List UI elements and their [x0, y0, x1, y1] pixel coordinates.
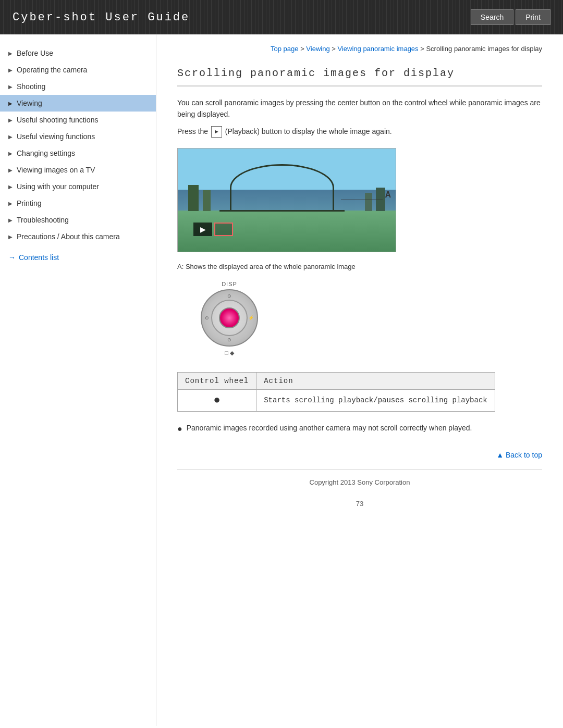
line-a: [341, 200, 383, 200]
sidebar-label-7: Viewing images on a TV: [17, 166, 95, 174]
table-row: ●Starts scrolling playback/pauses scroll…: [178, 389, 495, 411]
breadcrumb-viewing-panoramic[interactable]: Viewing panoramic images: [337, 45, 418, 53]
sidebar-label-1: Operating the camera: [17, 66, 87, 74]
sidebar-arrow-5: ▶: [8, 134, 13, 140]
sidebar-item-4[interactable]: ▶Useful shooting functions: [0, 112, 156, 128]
sidebar-items: ▶Before Use▶Operating the camera▶Shootin…: [0, 45, 156, 245]
sidebar-item-7[interactable]: ▶Viewing images on a TV: [0, 162, 156, 178]
note-text: Panoramic images recorded using another …: [187, 422, 472, 434]
footer: Copyright 2013 Sony Corporation: [177, 470, 542, 495]
table-body: ●Starts scrolling playback/pauses scroll…: [178, 389, 495, 411]
sidebar-item-0[interactable]: ▶Before Use: [0, 45, 156, 61]
page-number: 73: [177, 495, 542, 513]
label-a-group: A: [341, 195, 391, 204]
sidebar-label-9: Printing: [17, 199, 41, 207]
body-paragraph1: You can scroll panoramic images by press…: [177, 97, 542, 120]
building1: [188, 185, 199, 211]
sidebar-item-11[interactable]: ▶Precautions / About this camera: [0, 228, 156, 245]
sidebar-arrow-8: ▶: [8, 184, 13, 190]
wheel-bottom-icons: □ ◆: [198, 350, 261, 356]
arrow-right-icon: →: [8, 253, 16, 262]
sidebar-item-8[interactable]: ▶Using with your computer: [0, 178, 156, 195]
header-buttons: Search Print: [471, 9, 550, 25]
sidebar-item-1[interactable]: ▶Operating the camera: [0, 61, 156, 78]
control-table: Control wheel Action ●Starts scrolling p…: [177, 372, 495, 412]
breadcrumb-sep2: >: [332, 45, 337, 53]
disp-label: DISP: [198, 281, 261, 287]
breadcrumb-sep1: >: [300, 45, 306, 53]
wheel-icon-bottom1: □ ◆: [225, 350, 234, 356]
breadcrumb-current: Scrolling panoramic images for display: [426, 45, 542, 53]
sidebar-label-0: Before Use: [17, 49, 53, 57]
sidebar-label-5: Useful viewing functions: [17, 132, 95, 141]
contents-list-label: Contents list: [19, 253, 59, 262]
sidebar-label-2: Shooting: [17, 82, 45, 91]
sidebar-item-9[interactable]: ▶Printing: [0, 195, 156, 212]
sidebar-label-10: Troubleshooting: [17, 216, 69, 224]
note-bullet: ● Panoramic images recorded using anothe…: [177, 422, 542, 436]
sidebar-arrow-11: ▶: [8, 234, 13, 240]
sidebar-item-10[interactable]: ▶Troubleshooting: [0, 212, 156, 228]
sidebar-arrow-4: ▶: [8, 117, 13, 123]
control-wheel-container: DISP ⊙ ⊙ ⊙ ⚡ □ ◆: [198, 281, 261, 356]
wheel-outer: ⊙ ⊙ ⊙ ⚡: [201, 289, 258, 347]
app-title: Cyber-shot User Guide: [13, 11, 190, 24]
bullet-marker: ●: [177, 422, 182, 436]
panoramic-image-container: ▶ A: [177, 148, 396, 252]
caption-a: A: Shows the displayed area of the whole…: [177, 263, 542, 270]
breadcrumb-sep3: >: [420, 45, 426, 53]
sidebar-label-4: Useful shooting functions: [17, 116, 98, 124]
header: Cyber-shot User Guide Search Print: [0, 0, 563, 34]
sidebar-item-6[interactable]: ▶Changing settings: [0, 145, 156, 162]
page-title: Scrolling panoramic images for display: [177, 67, 542, 87]
sidebar-arrow-10: ▶: [8, 217, 13, 223]
sidebar-arrow-7: ▶: [8, 167, 13, 173]
sidebar-arrow-9: ▶: [8, 201, 13, 206]
pan-play-btn: ▶: [193, 223, 212, 236]
table-cell-col2-0: Starts scrolling playback/pauses scrolli…: [256, 389, 495, 411]
footer-text: Copyright 2013 Sony Corporation: [310, 478, 410, 486]
search-button[interactable]: Search: [471, 9, 513, 25]
sidebar-item-5[interactable]: ▶Useful viewing functions: [0, 128, 156, 145]
body-paragraph2: Press the ► (Playback) button to display…: [177, 126, 542, 138]
wheel-bottom-icon: ⊙: [227, 337, 231, 342]
content-area: Top page > Viewing > Viewing panoramic i…: [156, 34, 563, 726]
breadcrumb-viewing[interactable]: Viewing: [306, 45, 329, 53]
pan-overlay: ▶: [193, 223, 233, 236]
sidebar-item-3[interactable]: ▶Viewing: [0, 95, 156, 112]
table-cell-col1-0: ●: [178, 389, 256, 411]
wheel-left-icon: ⊙: [205, 315, 209, 320]
print-button[interactable]: Print: [516, 9, 550, 25]
sidebar: ▶Before Use▶Operating the camera▶Shootin…: [0, 34, 156, 726]
sidebar-arrow-2: ▶: [8, 84, 13, 90]
breadcrumb: Top page > Viewing > Viewing panoramic i…: [177, 45, 542, 53]
main-container: ▶Before Use▶Operating the camera▶Shootin…: [0, 34, 563, 726]
back-to-top-link[interactable]: ▲ Back to top: [496, 451, 542, 459]
pan-rect: [214, 223, 233, 236]
back-to-top: ▲ Back to top: [177, 451, 542, 459]
table-col2-header: Action: [256, 372, 495, 389]
sidebar-item-2[interactable]: ▶Shooting: [0, 78, 156, 95]
sidebar-label-3: Viewing: [17, 99, 42, 107]
bridge-road: [219, 210, 345, 212]
label-a: A: [385, 190, 391, 200]
wheel-center: [219, 307, 240, 328]
sidebar-arrow-3: ▶: [8, 101, 13, 106]
sidebar-label-6: Changing settings: [17, 149, 75, 157]
bridge-arch: [230, 164, 334, 211]
sidebar-label-8: Using with your computer: [17, 182, 99, 191]
wheel-inner: [211, 300, 248, 336]
sidebar-arrow-1: ▶: [8, 67, 13, 73]
wheel-top-icon: ⊙: [227, 293, 231, 299]
sidebar-arrow-6: ▶: [8, 151, 13, 156]
wheel-right-icon: ⚡: [248, 315, 254, 320]
contents-list-link[interactable]: → Contents list: [0, 247, 156, 268]
sidebar-label-11: Precautions / About this camera: [17, 232, 120, 241]
playback-icon: ►: [211, 126, 222, 138]
building2: [203, 190, 211, 211]
breadcrumb-top[interactable]: Top page: [271, 45, 299, 53]
sidebar-arrow-0: ▶: [8, 51, 13, 56]
table-col1-header: Control wheel: [178, 372, 256, 389]
